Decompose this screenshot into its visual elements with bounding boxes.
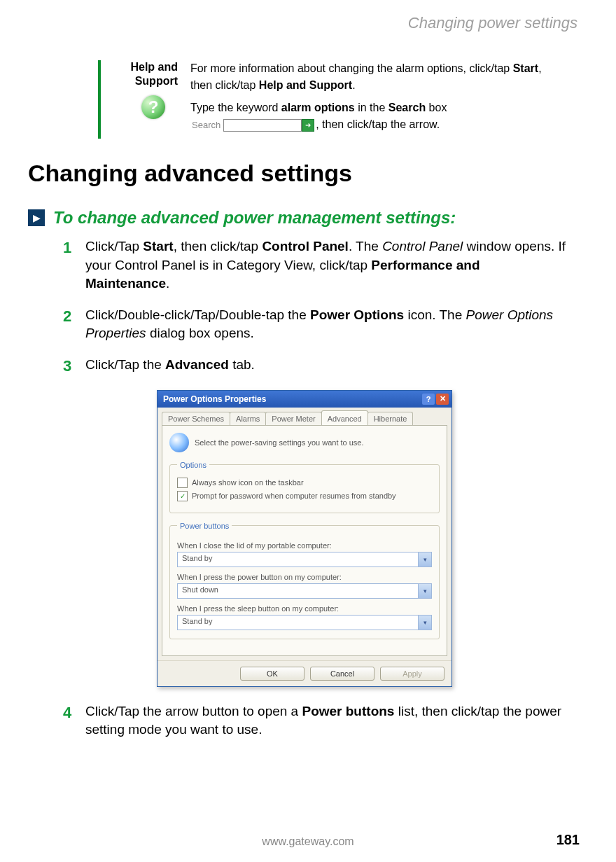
- step-body: Click/Tap Start, then click/tap Control …: [85, 237, 567, 293]
- titlebar-close-button[interactable]: ✕: [436, 394, 449, 405]
- step-3: 3 Click/Tap the Advanced tab.: [63, 356, 567, 377]
- manual-page: Changing power settings Help and Support…: [0, 0, 616, 862]
- help-text: For more information about changing the …: [190, 60, 553, 139]
- procedure-heading: ▶ To change advanced power management se…: [28, 208, 581, 228]
- battery-icon: [169, 433, 189, 452]
- power-buttons-legend: Power buttons: [177, 522, 232, 530]
- section-heading: Changing advanced settings: [28, 160, 581, 187]
- help-support-box: Help and Support ? For more information …: [98, 60, 553, 139]
- ok-button[interactable]: OK: [240, 667, 304, 681]
- step-2: 2 Click/Double-click/Tap/Double-tap the …: [63, 306, 567, 343]
- lid-close-label: When I close the lid of my portable comp…: [177, 541, 432, 550]
- titlebar-help-button[interactable]: ?: [422, 394, 435, 405]
- tab-alarms[interactable]: Alarms: [230, 412, 266, 425]
- checkbox-icon[interactable]: [177, 478, 188, 488]
- footer-url: www.gateway.com: [262, 835, 354, 848]
- power-button-select[interactable]: Shut down ▾: [177, 583, 432, 599]
- search-go-icon[interactable]: ➜: [302, 119, 314, 132]
- help-left-column: Help and Support ?: [113, 60, 190, 139]
- sleep-button-value: Stand by: [178, 616, 418, 630]
- power-button-value: Shut down: [178, 584, 418, 598]
- step-body: Click/Double-click/Tap/Double-tap the Po…: [85, 306, 567, 343]
- procedure-steps: 1 Click/Tap Start, then click/tap Contro…: [63, 237, 567, 377]
- chevron-down-icon[interactable]: ▾: [418, 552, 431, 566]
- step-body: Click/Tap the Advanced tab.: [85, 356, 567, 377]
- sleep-button-select[interactable]: Stand by ▾: [177, 615, 432, 630]
- power-buttons-group: Power buttons When I close the lid of my…: [169, 522, 440, 639]
- dialog-button-row: OK Cancel Apply: [158, 660, 451, 686]
- lid-close-value: Stand by: [178, 552, 418, 566]
- search-input[interactable]: [223, 119, 302, 132]
- tab-power-schemes[interactable]: Power Schemes: [162, 412, 230, 425]
- tab-advanced[interactable]: Advanced: [321, 410, 368, 425]
- power-options-dialog: Power Options Properties ? ✕ Power Schem…: [157, 390, 452, 687]
- help-label: Help and Support: [113, 60, 190, 88]
- chevron-down-icon[interactable]: ▾: [418, 616, 431, 630]
- step-body: Click/Tap the arrow button to open a Pow…: [85, 702, 567, 739]
- step-number: 4: [63, 702, 85, 739]
- apply-button[interactable]: Apply: [380, 667, 444, 681]
- search-label: Search: [192, 118, 220, 132]
- step-number: 1: [63, 237, 85, 293]
- dialog-title: Power Options Properties: [163, 394, 266, 404]
- procedure-arrow-icon: ▶: [28, 209, 45, 226]
- step-number: 3: [63, 356, 85, 377]
- sleep-button-label: When I press the sleep button on my comp…: [177, 604, 432, 613]
- checkbox-show-icon[interactable]: Always show icon on the taskbar: [177, 478, 432, 488]
- page-number: 181: [556, 832, 580, 848]
- checkbox-label: Prompt for password when computer resume…: [192, 492, 396, 500]
- dialog-illustration: Power Options Properties ? ✕ Power Schem…: [28, 390, 581, 687]
- tab-hibernate[interactable]: Hibernate: [368, 412, 414, 425]
- panel-instruction-text: Select the power-saving settings you wan…: [195, 438, 364, 447]
- help-paragraph-1: For more information about changing the …: [190, 60, 553, 94]
- help-icon-glyph: ?: [148, 97, 159, 117]
- dialog-titlebar[interactable]: Power Options Properties ? ✕: [158, 391, 451, 408]
- checkbox-prompt-password[interactable]: ✓ Prompt for password when computer resu…: [177, 491, 432, 501]
- power-button-label: When I press the power button on my comp…: [177, 573, 432, 581]
- help-label-line1: Help and: [130, 61, 178, 73]
- chevron-down-icon[interactable]: ▾: [418, 584, 431, 598]
- cancel-button[interactable]: Cancel: [310, 667, 374, 681]
- options-legend: Options: [177, 461, 209, 469]
- search-box-illustration: Search ➜: [192, 118, 314, 132]
- help-label-line2: Support: [135, 75, 178, 87]
- procedure-title: To change advanced power management sett…: [53, 208, 456, 228]
- checkbox-label: Always show icon on the taskbar: [192, 478, 304, 487]
- step-4: 4 Click/Tap the arrow button to open a P…: [63, 702, 567, 739]
- help-paragraph-2: Type the keyword alarm options in the Se…: [190, 99, 553, 133]
- checkbox-icon[interactable]: ✓: [177, 491, 188, 501]
- running-head: Changing power settings: [28, 14, 578, 32]
- tab-power-meter[interactable]: Power Meter: [265, 412, 321, 425]
- page-footer: www.gateway.com 181: [0, 835, 616, 848]
- step-number: 2: [63, 306, 85, 343]
- arrow-glyph: ▶: [33, 212, 41, 223]
- step-1: 1 Click/Tap Start, then click/tap Contro…: [63, 237, 567, 293]
- help-icon: ?: [141, 95, 165, 119]
- lid-close-select[interactable]: Stand by ▾: [177, 552, 432, 567]
- panel-instruction: Select the power-saving settings you wan…: [169, 433, 440, 452]
- procedure-steps-continued: 4 Click/Tap the arrow button to open a P…: [63, 702, 567, 739]
- dialog-tabstrip: Power Schemes Alarms Power Meter Advance…: [158, 408, 451, 425]
- options-group: Options Always show icon on the taskbar …: [169, 461, 440, 513]
- tab-panel-advanced: Select the power-saving settings you wan…: [162, 425, 447, 656]
